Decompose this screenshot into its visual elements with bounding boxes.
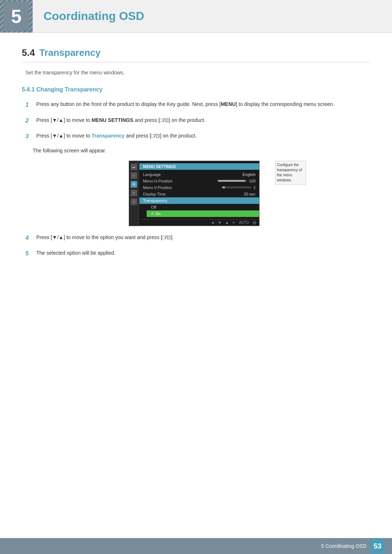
osd-submenu-on: ✔ On [147, 210, 259, 217]
subsection-number: 5.4.1 [22, 86, 35, 93]
osd-bottom-bar: ◄ ▼ ▲ ↵ AUTO ⏻ [139, 219, 259, 226]
osd-main-panel: MENU SETTINGS Language English Menu H-Po… [139, 161, 259, 219]
subsection-title: Changing Transparency [36, 86, 102, 93]
step-1-key: MENU [221, 101, 236, 107]
chapter-number: 5 [4, 2, 29, 31]
step-3-number: 3 [25, 132, 36, 141]
osd-value-language: English [242, 172, 256, 177]
footer-text: 5 Coordinating OSD [321, 543, 367, 549]
step-2-content: Press [▼/▲] to move to MENU SETTINGS and… [36, 116, 370, 124]
step-3: 3 Press [▼/▲] to move to Transparency an… [25, 132, 370, 141]
chapter-header: 5 Coordinating OSD [0, 0, 392, 33]
osd-btn-auto: AUTO [239, 221, 249, 225]
step-3-content: Press [▼/▲] to move to Transparency and … [36, 132, 370, 140]
osd-screen: ▬ ≡ ⚙ ✦ ℹ MENU SETTINGS Language English [129, 161, 260, 226]
step-2-bold: MENU SETTINGS [91, 117, 133, 123]
step-2: 2 Press [▼/▲] to move to MENU SETTINGS a… [25, 116, 370, 126]
chapter-number-box: 5 [0, 0, 33, 33]
steps-list: 1 Press any button on the front of the p… [22, 100, 370, 141]
osd-value-display-time: 20 sec [244, 192, 256, 196]
osd-tooltip: Configure the transparency of the menu w… [275, 161, 306, 185]
step-1: 1 Press any button on the front of the p… [25, 100, 370, 110]
step-1-content: Press any button on the front of the pro… [36, 100, 370, 108]
osd-label-language: Language [143, 172, 161, 177]
steps-after-list: 4 Press [▼/▲] to move to the option you … [22, 233, 370, 258]
step-2-number: 2 [25, 116, 36, 126]
page-footer: 5 Coordinating OSD 53 [0, 538, 392, 554]
osd-off-label: Off [151, 205, 156, 209]
osd-on-check: ✔ [151, 212, 154, 216]
osd-label-transparency: Transparency [143, 198, 167, 203]
osd-on-label: On [155, 212, 161, 216]
step-5: 5 The selected option will be applied. [25, 249, 370, 258]
chapter-title: Coordinating OSD [33, 9, 144, 23]
osd-row-display-time: Display Time 20 sec [139, 191, 259, 197]
step-5-number: 5 [25, 249, 36, 258]
osd-icon-settings: ✦ [131, 190, 137, 196]
osd-submenu-off: Off [147, 204, 259, 210]
osd-icon-gear: ⚙ [131, 181, 137, 188]
osd-btn-up: ▲ [225, 221, 229, 225]
osd-btn-power: ⏻ [253, 221, 256, 225]
osd-btn-down: ▼ [218, 221, 222, 225]
osd-icon-lines: ≡ [131, 172, 137, 179]
osd-bar-h-position [218, 180, 247, 182]
osd-row-transparency: Transparency [139, 197, 259, 204]
osd-label-v-position: Menu V-Position [143, 185, 172, 190]
step-4-content: Press [▼/▲] to move to the option you wa… [36, 233, 370, 241]
osd-btn-left: ◄ [211, 221, 215, 225]
section-description: Set the transparency for the menu window… [25, 70, 370, 75]
osd-bar-v-position [222, 186, 251, 188]
osd-value-v-position: 2 [253, 185, 256, 190]
osd-label-display-time: Display Time [143, 192, 166, 196]
main-content: 5.4Transparency Set the transparency for… [0, 33, 392, 294]
osd-submenu-transparency: Off ✔ On [147, 204, 259, 217]
osd-row-h-position: Menu H-Position 100 [139, 178, 259, 184]
osd-v-position-value-group: 2 [222, 185, 256, 190]
osd-value-h-position: 100 [249, 179, 256, 183]
section-number: 5.4 [22, 47, 35, 58]
osd-row-language: Language English [139, 171, 259, 178]
osd-menu-title: MENU SETTINGS [139, 163, 259, 170]
step-4-number: 4 [25, 233, 36, 243]
footer-page-number: 53 [370, 539, 385, 553]
osd-label-h-position: Menu H-Position [143, 179, 172, 183]
following-note: The following screen will appear. [33, 148, 370, 153]
osd-container: Configure the transparency of the menu w… [129, 161, 274, 226]
osd-h-position-value-group: 100 [218, 179, 256, 183]
step-4: 4 Press [▼/▲] to move to the option you … [25, 233, 370, 243]
step-5-content: The selected option will be applied. [36, 249, 370, 257]
subsection-heading: 5.4.1 Changing Transparency [22, 86, 370, 93]
osd-icon-info: ℹ [131, 198, 137, 205]
osd-illustration: Configure the transparency of the menu w… [33, 161, 370, 226]
osd-sidebar: ▬ ≡ ⚙ ✦ ℹ [129, 161, 139, 226]
step-1-number: 1 [25, 100, 36, 110]
osd-row-v-position: Menu V-Position 2 [139, 184, 259, 191]
osd-bar-fill-h-position [218, 180, 245, 182]
osd-icon-monitor: ▬ [131, 164, 137, 170]
step-3-bold: Transparency [91, 133, 124, 139]
osd-btn-enter: ↵ [232, 221, 235, 225]
osd-bar-fill-v-position [222, 186, 225, 188]
osd-body: ▬ ≡ ⚙ ✦ ℹ MENU SETTINGS Language English [129, 161, 259, 219]
section-heading: 5.4Transparency [22, 47, 370, 62]
section-title: Transparency [39, 47, 101, 58]
